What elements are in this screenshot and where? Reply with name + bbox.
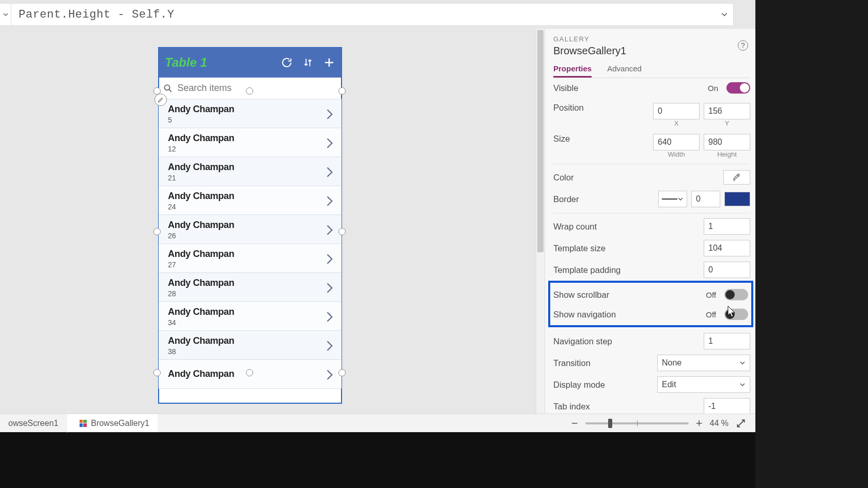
letterbox-right — [755, 0, 868, 488]
template-size-input[interactable] — [704, 240, 750, 256]
resize-handle[interactable] — [338, 369, 346, 376]
item-title: Andy Champan — [168, 162, 326, 173]
wrap-count-input[interactable] — [704, 218, 750, 235]
tab-advanced[interactable]: Advanced — [607, 60, 642, 78]
prop-label-border: Border — [553, 194, 658, 204]
tab-properties[interactable]: Properties — [553, 60, 592, 78]
border-color-swatch[interactable] — [724, 192, 750, 206]
prop-label-visible: Visible — [553, 83, 708, 93]
list-item[interactable]: Andy Champan24 — [159, 186, 342, 215]
size-height-label: Height — [717, 150, 737, 158]
chevron-right-icon[interactable] — [326, 369, 333, 380]
prop-template-size: Template size — [553, 237, 750, 259]
prop-wrap-count: Wrap count — [553, 216, 750, 237]
bottom-bar: owseScreen1 BrowseGallery1 − + 44 % — [0, 414, 755, 432]
breadcrumb-control[interactable]: BrowseGallery1 — [67, 414, 158, 432]
prop-label-tab-index: Tab index — [553, 402, 704, 411]
list-item[interactable]: Andy Champan12 — [159, 128, 342, 157]
letterbox-bottom — [0, 432, 755, 488]
chevron-right-icon[interactable] — [326, 195, 333, 207]
chevron-right-icon[interactable] — [326, 166, 333, 178]
formula-text[interactable]: Parent.Height - Self.Y — [11, 8, 174, 21]
transition-dropdown[interactable]: None — [657, 355, 750, 371]
position-y-input[interactable] — [704, 103, 750, 119]
list-item[interactable]: Andy Champan38 — [159, 331, 342, 360]
resize-handle[interactable] — [246, 87, 253, 95]
resize-handle[interactable] — [338, 228, 346, 235]
visible-toggle[interactable] — [726, 82, 750, 94]
app-header: Table 1 — [159, 48, 342, 78]
prop-label-navigation-step: Navigation step — [553, 337, 704, 346]
prop-label-display-mode: Display mode — [553, 380, 657, 390]
breadcrumb-screen[interactable]: owseScreen1 — [0, 414, 67, 432]
gallery-list[interactable]: Andy Champan5Andy Champan12Andy Champan2… — [159, 99, 342, 389]
size-height-input[interactable] — [704, 134, 750, 150]
show-scrollbar-state: Off — [706, 291, 716, 299]
add-icon[interactable] — [323, 56, 335, 69]
resize-handle[interactable] — [153, 369, 161, 376]
show-navigation-state: Off — [706, 310, 716, 319]
refresh-icon[interactable] — [281, 56, 293, 69]
prop-show-scrollbar: Show scrollbar Off — [553, 285, 748, 304]
item-subtitle: 5 — [168, 116, 326, 124]
chevron-right-icon[interactable] — [326, 109, 333, 120]
list-item[interactable]: Andy Champan5 — [159, 99, 342, 128]
help-icon[interactable]: ? — [738, 40, 748, 51]
prop-visible: Visible On — [553, 77, 750, 99]
item-title: Andy Champan — [168, 220, 326, 231]
display-mode-dropdown[interactable]: Edit — [657, 376, 750, 393]
fit-to-screen-icon[interactable] — [736, 418, 746, 429]
formula-bar: Parent.Height - Self.Y — [0, 3, 734, 26]
panel-tabs: Properties Advanced — [553, 60, 750, 78]
design-canvas[interactable]: Table 1 Andy Champan5Andy Champan12Andy … — [0, 29, 545, 421]
formula-dropdown[interactable] — [0, 3, 11, 26]
item-title: Andy Champan — [168, 335, 326, 346]
item-title: Andy Champan — [168, 307, 326, 317]
zoom-in-button[interactable]: + — [696, 417, 703, 430]
chevron-right-icon[interactable] — [326, 311, 333, 323]
zoom-out-button[interactable]: − — [571, 417, 578, 430]
item-subtitle: 28 — [168, 289, 326, 298]
resize-handle[interactable] — [338, 87, 346, 95]
search-input[interactable] — [176, 82, 337, 94]
navigation-step-input[interactable] — [704, 333, 750, 349]
list-item[interactable]: Andy Champan26 — [159, 215, 342, 244]
zoom-slider[interactable] — [585, 422, 689, 424]
chevron-right-icon[interactable] — [326, 282, 333, 294]
canvas-scrollbar[interactable]: ▾ — [536, 29, 545, 421]
border-style-dropdown[interactable] — [658, 191, 687, 207]
formula-expand-icon[interactable] — [721, 11, 728, 18]
tab-index-input[interactable] — [704, 398, 750, 415]
list-item[interactable]: Andy Champan28 — [159, 273, 342, 302]
list-item[interactable]: Andy Champan34 — [159, 302, 342, 331]
zoom-value: 44 % — [710, 419, 729, 428]
chevron-right-icon[interactable] — [326, 253, 333, 265]
item-subtitle: 21 — [168, 174, 326, 182]
list-item[interactable]: Andy Champan27 — [159, 244, 342, 273]
chevron-right-icon[interactable] — [326, 224, 333, 236]
size-width-input[interactable] — [653, 134, 700, 150]
scrollbar-thumb[interactable] — [537, 30, 544, 252]
color-picker-button[interactable] — [723, 170, 750, 185]
resize-handle[interactable] — [246, 369, 253, 376]
position-x-input[interactable] — [653, 103, 700, 119]
border-width-input[interactable] — [691, 191, 720, 207]
zoom-controls: − + 44 % — [571, 417, 755, 430]
edit-pencil-icon[interactable] — [154, 94, 167, 106]
prop-label-show-scrollbar: Show scrollbar — [553, 290, 706, 300]
item-title: Andy Champan — [168, 191, 326, 202]
item-subtitle: 24 — [168, 203, 326, 211]
resize-handle[interactable] — [153, 87, 161, 95]
breadcrumb-control-label: BrowseGallery1 — [91, 419, 149, 428]
chevron-right-icon[interactable] — [326, 340, 333, 352]
list-item[interactable]: Andy Champan21 — [159, 157, 342, 186]
breadcrumb-screen-label: owseScreen1 — [8, 419, 58, 428]
template-padding-input[interactable] — [704, 262, 750, 278]
size-width-label: Width — [668, 150, 685, 158]
prop-show-navigation: Show navigation Off — [553, 304, 748, 324]
show-scrollbar-toggle[interactable] — [724, 289, 748, 300]
sort-icon[interactable] — [302, 57, 314, 68]
resize-handle[interactable] — [153, 228, 161, 235]
chevron-right-icon[interactable] — [326, 138, 333, 149]
show-navigation-toggle[interactable] — [724, 309, 748, 320]
